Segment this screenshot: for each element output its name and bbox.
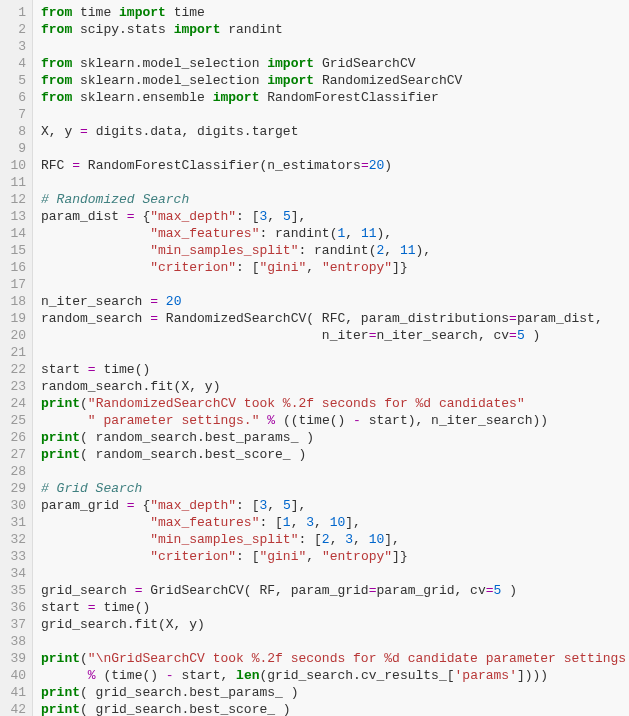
token-nm: ], [291, 498, 307, 513]
token-op: = [361, 158, 369, 173]
token-nm: ( random_search.best_params_ ) [80, 430, 314, 445]
line-number: 6 [4, 89, 26, 106]
token-nm: ], [384, 532, 400, 547]
token-num: 20 [369, 158, 385, 173]
line-number: 18 [4, 293, 26, 310]
token-kw: from [41, 56, 72, 71]
code-line [41, 38, 629, 55]
token-nm: X, y [41, 124, 80, 139]
line-number: 30 [4, 497, 26, 514]
token-num: 10 [330, 515, 346, 530]
code-line: "min_samples_split": [2, 3, 10], [41, 531, 629, 548]
token-nm: scipy.stats [72, 22, 173, 37]
code-line: print( grid_search.best_params_ ) [41, 684, 629, 701]
line-number: 19 [4, 310, 26, 327]
code-line: print( random_search.best_score_ ) [41, 446, 629, 463]
token-kw: print [41, 651, 80, 666]
token-nm: { [135, 209, 151, 224]
line-number: 14 [4, 225, 26, 242]
token-nm: RandomizedSearchCV [314, 73, 462, 88]
token-nm: ], [291, 209, 307, 224]
code-line: print( random_search.best_params_ ) [41, 429, 629, 446]
token-nm [41, 260, 150, 275]
token-kw: from [41, 22, 72, 37]
token-nm: , [306, 260, 322, 275]
token-nm: : [ [259, 515, 282, 530]
token-kw: from [41, 5, 72, 20]
code-line: print("\nGridSearchCV took %.2f seconds … [41, 650, 629, 667]
token-str: " parameter settings." [88, 413, 260, 428]
token-nm [158, 294, 166, 309]
token-nm: time [166, 5, 205, 20]
token-nm: randint [220, 22, 282, 37]
token-nm: start), n_iter_search)) [361, 413, 548, 428]
token-nm: sklearn.ensemble [72, 90, 212, 105]
token-kw: import [267, 56, 314, 71]
token-nm [41, 549, 150, 564]
token-op: = [150, 294, 158, 309]
code-line: # Grid Search [41, 480, 629, 497]
line-number: 10 [4, 157, 26, 174]
line-number: 20 [4, 327, 26, 344]
token-nm: : [ [236, 498, 259, 513]
line-number: 25 [4, 412, 26, 429]
token-num: 20 [166, 294, 182, 309]
line-number: 35 [4, 582, 26, 599]
code-line [41, 344, 629, 361]
token-str: "max_features" [150, 515, 259, 530]
code-content: from time import timefrom scipy.stats im… [33, 0, 629, 716]
token-str: "min_samples_split" [150, 243, 298, 258]
token-kw: from [41, 73, 72, 88]
line-number: 3 [4, 38, 26, 55]
token-nm: n_iter [41, 328, 369, 343]
token-nm: RandomForestClassifier(n_estimators [80, 158, 361, 173]
token-str: "max_depth" [150, 209, 236, 224]
token-op: = [509, 328, 517, 343]
token-nm: param_grid, cv [377, 583, 486, 598]
token-nm [41, 532, 150, 547]
line-number: 39 [4, 650, 26, 667]
token-nm [41, 413, 88, 428]
token-str: "min_samples_split" [150, 532, 298, 547]
token-op: = [88, 362, 96, 377]
line-number: 22 [4, 361, 26, 378]
token-op: = [127, 498, 135, 513]
code-line: n_iter=n_iter_search, cv=5 ) [41, 327, 629, 344]
token-op: = [150, 311, 158, 326]
line-number: 12 [4, 191, 26, 208]
token-nm: , [384, 243, 400, 258]
token-nm: time [72, 5, 119, 20]
token-nm: grid_search.fit(X, y) [41, 617, 205, 632]
code-line: X, y = digits.data, digits.target [41, 123, 629, 140]
token-nm: ]} [392, 260, 408, 275]
token-nm: GridSearchCV [314, 56, 415, 71]
token-op: - [353, 413, 361, 428]
line-number: 28 [4, 463, 26, 480]
token-nm: , [306, 549, 322, 564]
code-line [41, 565, 629, 582]
code-line: "criterion": ["gini", "entropy"]} [41, 548, 629, 565]
line-number: 5 [4, 72, 26, 89]
token-kw: print [41, 685, 80, 700]
token-nm: digits.data, digits.target [88, 124, 299, 139]
token-num: 2 [322, 532, 330, 547]
token-nm: sklearn.model_selection [72, 56, 267, 71]
token-nm: start [41, 362, 88, 377]
token-nm: param_dist, [517, 311, 603, 326]
code-line [41, 106, 629, 123]
code-line: start = time() [41, 361, 629, 378]
token-nm: (grid_search.cv_results_[ [259, 668, 454, 683]
token-nm: ], [345, 515, 361, 530]
token-nm: ]))) [517, 668, 548, 683]
line-number: 36 [4, 599, 26, 616]
token-num: 11 [361, 226, 377, 241]
token-num: 10 [369, 532, 385, 547]
token-nm: ( random_search.best_score_ ) [80, 447, 306, 462]
token-nm: random_search.fit(X, y) [41, 379, 220, 394]
code-line: from sklearn.ensemble import RandomFores… [41, 89, 629, 106]
token-nm: time() [96, 600, 151, 615]
token-op: = [80, 124, 88, 139]
line-number: 2 [4, 21, 26, 38]
token-kw: print [41, 702, 80, 716]
token-nm: , [314, 515, 330, 530]
